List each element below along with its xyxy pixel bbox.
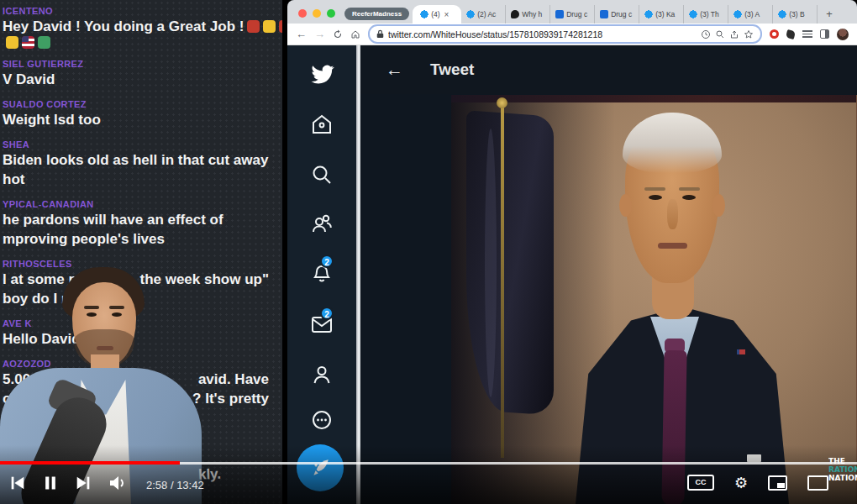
browser-tab[interactable]: (3) B (773, 5, 818, 24)
chat-message-line: he pardons will have an effect of (3, 210, 282, 229)
forward-button[interactable]: → (314, 29, 325, 39)
tab-label: Why h (522, 10, 542, 18)
chat-text-left: mproving people's lives (3, 229, 165, 249)
chat-text-right: avid. Have (198, 370, 269, 389)
tab-favicon (466, 10, 475, 18)
theater-mode-button[interactable] (807, 475, 828, 491)
lock-icon (376, 29, 384, 39)
compose-tweet-button[interactable] (297, 444, 344, 491)
minimize-window-button[interactable] (313, 9, 321, 18)
side-panel-icon[interactable] (820, 29, 829, 39)
chat-text-left: hot (3, 170, 24, 189)
notifications-bell-icon[interactable]: 2 (310, 260, 334, 287)
previous-button[interactable] (8, 474, 27, 496)
captions-button[interactable]: CC (687, 475, 714, 491)
browser-tab[interactable]: Drug c (595, 5, 639, 24)
tab-label: (3) Ka (655, 10, 675, 18)
player-controls-left: 2:58 / 13:42 (8, 473, 204, 496)
browser-tab[interactable]: (4) × (413, 5, 461, 24)
tweet-detail-column: ← Tweet (360, 45, 857, 504)
chat-username: YPICAL-CANADIAN (3, 199, 282, 209)
bookmark-star-icon[interactable] (744, 29, 754, 39)
page-title: Tweet (430, 60, 474, 79)
clock-icon[interactable] (701, 29, 711, 39)
chat-message-line: Hey David ! You doing a Great Job ! (3, 17, 282, 36)
biden-tie (661, 350, 686, 504)
flag-lapel-pin (737, 349, 745, 354)
tab-label: (3) A (744, 10, 760, 18)
emoji-icon (38, 36, 50, 49)
browser-tab[interactable]: (3) Th (684, 5, 728, 24)
extension-icons (770, 29, 849, 40)
browser-tab[interactable]: (2) Ac (461, 5, 506, 24)
chat-message: YPICAL-CANADIAN he pardons will have an … (3, 199, 282, 249)
tweet-header: ← Tweet (360, 45, 857, 94)
browser-tab-strip: ReeferMadness (4) × (2) Ac Why h (287, 0, 857, 24)
tab-group-label[interactable]: ReeferMadness (344, 8, 409, 20)
video-progress-bar[interactable] (0, 461, 857, 465)
settings-gear-icon[interactable]: ⚙ (734, 475, 748, 491)
extension-red-o-icon[interactable] (770, 29, 779, 39)
browser-tab[interactable]: (3) Ka (639, 5, 684, 24)
home-nav-icon[interactable] (310, 113, 334, 139)
youtube-player: ICENTENO Hey David ! You doing a Great J… (0, 0, 857, 504)
messages-envelope-icon[interactable]: 2 (310, 312, 334, 339)
share-icon[interactable] (729, 29, 739, 39)
reload-icon[interactable] (333, 29, 343, 39)
url-text: twitter.com/WhiteHouse/status/1578108939… (388, 29, 697, 39)
address-bar[interactable]: twitter.com/WhiteHouse/status/1578108939… (368, 24, 762, 44)
pause-button[interactable] (42, 474, 59, 496)
progress-buffered (180, 462, 857, 465)
next-button[interactable] (74, 474, 92, 496)
chat-message-line: Biden looks old as hell in that cut away (3, 150, 282, 170)
home-icon[interactable] (350, 29, 360, 39)
tab-label: Drug c (566, 10, 587, 18)
miniplayer-button[interactable] (768, 475, 787, 491)
chat-message: SHEA Biden looks old as hell in that cut… (3, 139, 282, 189)
tab-label: (2) Ac (477, 10, 496, 18)
back-button[interactable]: ← (296, 29, 307, 39)
browser-tab[interactable]: (3) A (728, 5, 773, 24)
profile-avatar[interactable] (837, 29, 849, 40)
emoji-icon (22, 36, 34, 49)
window-controls (298, 9, 335, 18)
back-arrow-icon[interactable]: ← (386, 60, 403, 80)
chat-message-line: V David (3, 70, 282, 89)
new-tab-button[interactable]: + (826, 8, 833, 19)
extension-pin-icon[interactable] (786, 29, 796, 39)
streamer-webcam (0, 262, 202, 504)
chat-username: ICENTENO (3, 6, 282, 16)
volume-icon[interactable] (108, 473, 128, 496)
chat-text-left: Weight lsd too (3, 110, 101, 129)
more-options-icon[interactable] (310, 408, 334, 435)
maximize-window-button[interactable] (327, 9, 335, 18)
chat-message: SIEL GUTIERREZ V David (3, 59, 282, 89)
tab-favicon (420, 10, 428, 18)
channel-watermark[interactable]: THE RATIONAL NATIONAL (828, 457, 857, 482)
tab-label: Drug c (611, 10, 632, 18)
zoom-icon[interactable] (715, 29, 725, 39)
close-window-button[interactable] (298, 9, 307, 18)
twitter-logo-icon[interactable] (309, 60, 334, 89)
chat-message-line (3, 36, 282, 49)
browser-tab[interactable]: Drug c (550, 5, 595, 24)
tweet-video-biden[interactable] (451, 95, 857, 504)
extension-lines-icon[interactable] (802, 30, 812, 38)
tab-favicon (600, 10, 608, 18)
chat-message-line: Weight lsd too (3, 110, 282, 129)
chat-text-right: ? It's pretty (192, 389, 269, 408)
communities-icon[interactable] (310, 212, 334, 239)
tab-favicon (555, 10, 564, 18)
browser-tab[interactable]: Why h (506, 5, 550, 24)
messages-badge: 2 (320, 307, 334, 320)
profile-nav-icon[interactable] (310, 363, 334, 390)
chat-text-left: Biden looks old as hell in that cut away (3, 150, 268, 170)
chat-message: SUALDO CORTEZ Weight lsd too (3, 99, 282, 129)
tab-close-icon[interactable]: × (444, 10, 450, 19)
twitter-page: 2 2 ← Tweet (287, 45, 857, 504)
tab-label: (3) Th (700, 10, 719, 18)
explore-search-icon[interactable] (310, 163, 334, 190)
notifications-badge: 2 (320, 255, 334, 268)
emoji-icon (263, 20, 276, 33)
twitter-sidebar: 2 2 (287, 45, 356, 504)
